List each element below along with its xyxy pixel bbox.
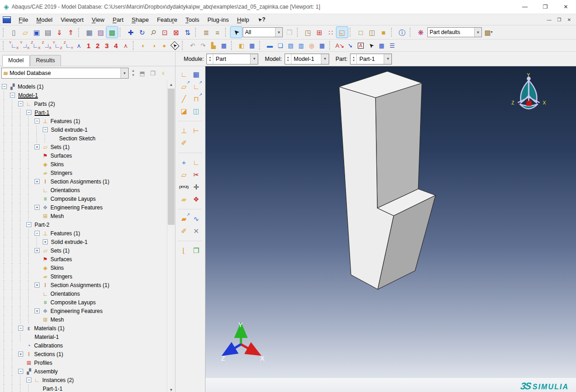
tree-item-sets-1[interactable]: +▱Sets (1) <box>0 143 167 151</box>
tree-item-engineering-features[interactable]: +❖Engineering Features <box>0 203 167 212</box>
assign-midsurface-icon[interactable]: ⌊ <box>178 244 190 257</box>
tree-item-section-sketch[interactable]: Section Sketch <box>0 134 167 143</box>
partition-face-icon[interactable]: ⊢ <box>190 124 202 137</box>
context-help-cursor[interactable]: ➤? <box>258 16 265 23</box>
tree-item-part-1[interactable]: −Part-1 <box>0 108 167 117</box>
print-viewport-icon[interactable]: ▤ <box>42 27 54 38</box>
tree-item-composite-layups[interactable]: ≡Composite Layups <box>0 194 167 203</box>
menu-view[interactable]: View <box>88 15 109 24</box>
tree-spinner[interactable]: ▲▼ <box>130 69 136 77</box>
tree-item-stringers[interactable]: ▰Stringers <box>0 169 167 177</box>
chevron-down-icon[interactable]: ▼ <box>275 28 282 37</box>
expand-box[interactable]: + <box>35 248 40 253</box>
tab-model[interactable]: Model <box>2 55 30 66</box>
color-code-combo[interactable]: Part defaults▼ <box>427 27 482 37</box>
tree-item-mesh[interactable]: ⊞Mesh <box>0 212 167 220</box>
tree-item-solid-extrude-1[interactable]: −Solid extrude-1 <box>0 125 167 134</box>
pan-view-icon[interactable]: ✚ <box>125 27 136 38</box>
menu-tools[interactable]: Tools <box>181 15 203 24</box>
tree-item-features-1[interactable]: −⊥Features (1) <box>0 229 167 238</box>
partition-sketch-scissors-icon[interactable]: ✂ <box>190 169 202 181</box>
mdi-minimize-button[interactable]: — <box>544 17 554 22</box>
color-code-apply-icon[interactable]: ▩▾ <box>483 27 494 38</box>
create-arrow-annotation-icon[interactable]: ➘ <box>345 41 356 50</box>
toolbox-tools-icon[interactable]: ✕ <box>190 225 202 237</box>
close-button[interactable]: ✕ <box>556 0 576 14</box>
view-cut-toggle-icon[interactable]: ◧ <box>236 41 247 50</box>
expand-box[interactable]: + <box>18 352 23 357</box>
plot-state-arrow-icon[interactable]: ➤ <box>170 41 180 50</box>
show-selection-points-icon[interactable]: ∷ <box>325 27 336 38</box>
select-from-viewport-icon[interactable]: ◳ <box>302 27 314 38</box>
part-manager-dialog-icon[interactable]: ▦ <box>190 68 202 80</box>
create-round-fillet-icon[interactable]: ◪ <box>178 105 190 117</box>
apply-top-view-icon[interactable]: ∟ZX <box>30 41 41 50</box>
edit-selection-region-icon[interactable]: ⊞ <box>314 27 325 38</box>
create-datum-point-icon[interactable]: + <box>178 156 190 169</box>
reset-sketch-eraser-icon[interactable]: ✐ <box>178 225 190 237</box>
replace-all-displayed-icon[interactable]: ◱ <box>336 27 348 38</box>
user-view-1[interactable]: 1 <box>84 42 93 50</box>
tree-item-material-1[interactable]: Material-1 <box>0 332 167 341</box>
tree-item-skins[interactable]: ◈Skins <box>0 263 167 272</box>
part-display-wireframe-icon[interactable]: □ <box>355 27 366 38</box>
user-view-2[interactable]: 2 <box>93 42 102 50</box>
upper-right-face[interactable] <box>376 83 422 208</box>
viewport[interactable]: Y Z X Y X Z 3S SIMULIA <box>205 66 576 392</box>
tree-item-models-1[interactable]: −▞Models (1) <box>0 82 167 91</box>
tree-item-calibrations[interactable]: ◔Calibrations <box>0 341 167 350</box>
add-display-group-icon[interactable]: ◑ <box>149 41 159 50</box>
collapse-box[interactable]: − <box>2 84 7 89</box>
menu-feature[interactable]: Feature <box>153 15 181 24</box>
view-compass[interactable]: Y Z X <box>508 73 550 117</box>
regenerate-features-icon[interactable]: ▙ <box>208 41 219 50</box>
user-view-3[interactable]: 3 <box>102 42 111 50</box>
collapse-box[interactable]: − <box>35 119 40 124</box>
hidden-line-plot-icon[interactable]: ▨ <box>95 27 106 38</box>
create-text-annotation-icon[interactable]: A <box>356 41 366 50</box>
tree-item-parts-2[interactable]: −∟Parts (2) <box>0 99 167 108</box>
auto-fit-view-icon[interactable]: ⊠ <box>170 27 182 38</box>
save-display-group-icon[interactable]: ⇓ <box>54 27 65 38</box>
create-viewport-icon[interactable]: ▬ <box>265 41 275 50</box>
redo-icon[interactable]: ↷ <box>198 41 208 50</box>
model-spinner[interactable]: ▲▼ <box>285 54 291 64</box>
translate-sketch-icon[interactable]: ▰↗ <box>178 213 190 225</box>
tree-item-sets-1[interactable]: +▱Sets (1) <box>0 246 167 255</box>
scroll-down-arrow[interactable]: ▼ <box>167 386 175 392</box>
create-wire-planar-icon[interactable]: ╱ <box>178 93 190 105</box>
chevron-down-icon[interactable]: ▼ <box>384 54 391 64</box>
part-display-shaded-icon[interactable]: ■ <box>378 27 389 38</box>
maximize-button[interactable]: ❐ <box>535 0 556 14</box>
collapse-box[interactable]: − <box>43 127 48 132</box>
tree-item-part-1-1[interactable]: Part-1-1 <box>0 384 167 392</box>
user-view-4[interactable]: 4 <box>111 42 120 50</box>
module-spinner[interactable]: ▲▼ <box>207 54 213 64</box>
undo-icon[interactable]: ↶ <box>187 41 198 50</box>
mdi-restore-button[interactable]: ❐ <box>554 17 564 22</box>
new-model-database-icon[interactable]: ▯ <box>8 27 20 38</box>
view-cut-manager-dialog-icon[interactable]: ▦ <box>247 41 257 50</box>
apply-back-view-icon[interactable]: ∟YX <box>19 41 30 50</box>
menu-model[interactable]: Model <box>32 15 56 24</box>
partition-edge-icon[interactable]: ⊥ <box>178 124 190 137</box>
menu-part[interactable]: Part <box>109 15 128 24</box>
selection-filter-combo[interactable]: All▼ <box>243 27 283 37</box>
collapse-box[interactable]: − <box>18 326 23 331</box>
load-display-group-icon[interactable]: ⇑ <box>65 27 76 38</box>
edit-text-annotation-icon[interactable]: A↘ <box>335 41 345 50</box>
apply-iso-view-icon[interactable]: ⋏ <box>74 41 84 50</box>
scrollbar-thumb[interactable] <box>168 89 175 225</box>
feature-manager-dialog-icon[interactable]: ▦ <box>219 41 229 50</box>
expand-box[interactable]: + <box>35 205 40 210</box>
chevron-down-icon[interactable]: ▼ <box>321 54 329 64</box>
tree-item-section-assignments-1[interactable]: +ⅠSection Assignments (1) <box>0 177 167 186</box>
model-combo[interactable]: ▲▼ Model-1 ▼ <box>285 54 329 65</box>
tree-item-surfaces[interactable]: ⚑Surfaces <box>0 151 167 160</box>
tree-item-materials-1[interactable]: −εMaterials (1) <box>0 324 167 332</box>
datum-plane-offset-icon[interactable]: ▰ <box>178 193 190 205</box>
module-combo[interactable]: ▲▼ Part ▼ <box>206 54 258 65</box>
edit-sketch-icon[interactable]: ∿ <box>190 213 202 225</box>
replace-display-group-icon[interactable]: ◐ <box>138 41 149 50</box>
expand-level-icon[interactable]: ⬒ <box>138 70 147 77</box>
